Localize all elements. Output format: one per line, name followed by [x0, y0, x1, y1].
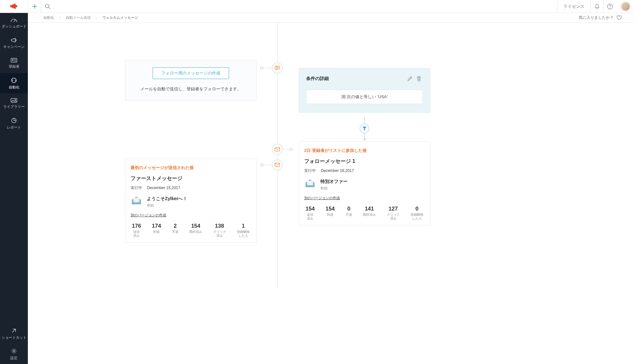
help-button[interactable]	[603, 0, 616, 13]
svg-rect-0	[10, 5, 11, 7]
avatar[interactable]	[621, 2, 630, 11]
help-icon	[607, 3, 613, 10]
search-button[interactable]	[41, 0, 54, 13]
bell-icon	[594, 4, 600, 9]
plus-icon	[32, 4, 37, 9]
new-button[interactable]	[28, 0, 41, 13]
license-link[interactable]: ライセンス	[557, 0, 590, 13]
svg-point-2	[45, 4, 49, 8]
megaphone-logo-icon	[9, 2, 18, 11]
notifications-button[interactable]	[590, 0, 603, 13]
search-icon	[45, 4, 51, 9]
app-logo[interactable]	[0, 0, 28, 13]
svg-point-1	[15, 5, 17, 7]
svg-point-4	[610, 7, 610, 8]
top-bar: ライセンス	[0, 0, 635, 13]
